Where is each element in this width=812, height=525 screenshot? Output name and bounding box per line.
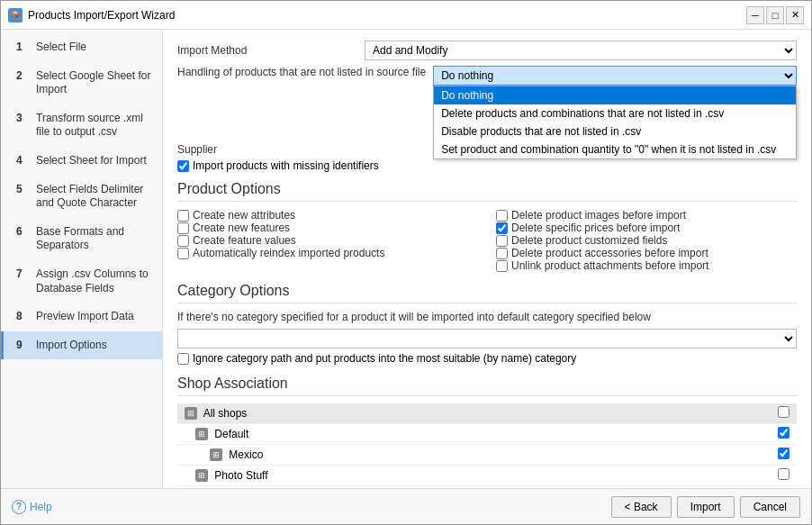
delete-images-label: Delete product images before import xyxy=(511,209,686,222)
unlink-attachments-label: Unlink product attachments before import xyxy=(511,259,708,272)
delete-customized-checkbox[interactable] xyxy=(496,235,508,247)
delete-images-checkbox[interactable] xyxy=(496,210,508,222)
ignore-category-checkbox[interactable] xyxy=(177,353,189,365)
maximize-button[interactable]: □ xyxy=(766,6,784,24)
sidebar-num-5: 5 xyxy=(16,183,29,195)
create-features-label: Create new features xyxy=(193,222,290,234)
create-features-checkbox[interactable] xyxy=(177,222,189,234)
import-button[interactable]: Import xyxy=(677,496,735,518)
shop-allshops-checkbox[interactable] xyxy=(778,406,789,418)
ignore-category-label: Ignore category path and put products in… xyxy=(193,352,576,365)
dropdown-option-2[interactable]: Delete products and combinations that ar… xyxy=(434,104,796,122)
sidebar-label-8: Preview Import Data xyxy=(36,310,134,324)
minimize-button[interactable]: ─ xyxy=(746,6,764,24)
help-label: Help xyxy=(30,501,52,513)
sidebar-label-4: Select Sheet for Import xyxy=(36,154,147,168)
sidebar-item-3[interactable]: 3 Transform source .xml file to output .… xyxy=(1,104,162,147)
import-missing-row: Import products with missing identifiers xyxy=(177,159,797,172)
shop-association-title: Shop Association xyxy=(177,376,797,396)
sidebar-num-3: 3 xyxy=(16,112,29,124)
close-button[interactable]: ✕ xyxy=(786,6,804,24)
delete-accessories-checkbox[interactable] xyxy=(496,248,508,259)
shop-table: ⊞ All shops ⊞ Default xyxy=(177,403,797,488)
option-auto-reindex: Automatically reindex imported products xyxy=(177,247,478,259)
shop-icon-allshops: ⊞ xyxy=(185,407,197,420)
shop-mexico-label: Mexico xyxy=(229,448,263,461)
option-delete-accessories: Delete product accessories before import xyxy=(496,247,797,259)
unlink-attachments-checkbox[interactable] xyxy=(496,260,508,272)
auto-reindex-label: Automatically reindex imported products xyxy=(193,247,384,259)
handling-label: Handling of products that are not listed… xyxy=(177,66,426,78)
sidebar-label-3: Transform source .xml file to output .cs… xyxy=(36,112,153,140)
sidebar-num-7: 7 xyxy=(16,267,29,280)
dropdown-option-1[interactable]: Do nothing xyxy=(434,86,796,104)
sidebar-label-9: Import Options xyxy=(36,339,107,353)
delete-customized-label: Delete product customized fields xyxy=(511,234,667,247)
sidebar-item-5[interactable]: 5 Select Fields Delimiter and Quote Char… xyxy=(1,176,162,218)
import-method-select-wrapper: Add and Modify Add only Modify only xyxy=(365,41,797,60)
app-icon: 📦 xyxy=(8,8,23,23)
content-area: Import Method Add and Modify Add only Mo… xyxy=(163,30,811,488)
help-link[interactable]: ? Help xyxy=(12,500,52,514)
product-options-grid: Create new attributes Create new feature… xyxy=(177,209,797,272)
product-options-right: Delete product images before import Dele… xyxy=(496,209,797,272)
handling-row: Handling of products that are not listed… xyxy=(177,66,797,86)
shop-photostuff-label: Photo Stuff xyxy=(214,469,267,482)
shop-default-check-cell xyxy=(770,424,797,445)
title-bar: 📦 Products Import/Export Wizard ─ □ ✕ xyxy=(1,1,811,30)
shop-mexico-checkbox[interactable] xyxy=(778,448,789,459)
delete-prices-checkbox[interactable] xyxy=(496,222,508,234)
shop-default-cell: ⊞ Default xyxy=(177,424,770,445)
dropdown-option-4[interactable]: Set product and combination quantity to … xyxy=(434,140,796,158)
sidebar-num-6: 6 xyxy=(16,225,29,238)
shop-photostuffna-cell: ⊞ Photo Stuff NA xyxy=(177,486,770,489)
handling-select-wrapper: Do nothing Do nothing Delete products an… xyxy=(433,66,797,86)
ignore-category-row: Ignore category path and put products in… xyxy=(177,352,797,365)
dropdown-option-3[interactable]: Disable products that are not listed in … xyxy=(434,122,796,140)
import-method-select[interactable]: Add and Modify Add only Modify only xyxy=(365,41,797,60)
shop-icon-default: ⊞ xyxy=(195,428,208,440)
sidebar-label-1: Select File xyxy=(36,41,86,55)
option-delete-prices: Delete specific prices before import xyxy=(496,222,797,234)
sidebar-item-8[interactable]: 8 Preview Import Data xyxy=(1,303,162,331)
sidebar-item-6[interactable]: 6 Base Formats and Separators xyxy=(1,218,162,260)
delete-accessories-label: Delete product accessories before import xyxy=(511,247,708,259)
category-desc: If there's no category specified for a p… xyxy=(177,311,797,323)
sidebar-item-2[interactable]: 2 Select Google Sheet for Import xyxy=(1,62,162,104)
window-title: Products Import/Export Wizard xyxy=(28,9,175,22)
sidebar-item-4[interactable]: 4 Select Sheet for Import xyxy=(1,147,162,176)
sidebar: 1 Select File 2 Select Google Sheet for … xyxy=(1,30,163,488)
create-attributes-label: Create new attributes xyxy=(193,209,295,222)
shop-allshops-cell: ⊞ All shops xyxy=(177,403,770,424)
import-missing-checkbox[interactable] xyxy=(177,160,189,172)
sidebar-item-1[interactable]: 1 Select File xyxy=(1,33,162,62)
product-options-left: Create new attributes Create new feature… xyxy=(177,209,478,272)
import-method-row: Import Method Add and Modify Add only Mo… xyxy=(177,41,797,60)
shop-row-default: ⊞ Default xyxy=(177,424,797,445)
shop-row-photostuff: ⊞ Photo Stuff xyxy=(177,466,797,486)
sidebar-num-1: 1 xyxy=(16,41,29,53)
shop-default-checkbox[interactable] xyxy=(778,427,789,439)
option-unlink-attachments: Unlink product attachments before import xyxy=(496,259,797,272)
delete-prices-label: Delete specific prices before import xyxy=(511,222,680,234)
shop-row-allshops: ⊞ All shops xyxy=(177,403,797,424)
back-button[interactable]: < Back xyxy=(611,496,672,518)
shop-photostuff-cell: ⊞ Photo Stuff xyxy=(177,466,770,486)
handling-dropdown: Do nothing Delete products and combinati… xyxy=(433,86,797,159)
category-select-wrapper xyxy=(177,329,797,348)
shop-photostuff-checkbox[interactable] xyxy=(778,468,789,480)
sidebar-item-7[interactable]: 7 Assign .csv Columns to Database Fields xyxy=(1,260,162,303)
handling-select[interactable]: Do nothing xyxy=(433,66,797,86)
auto-reindex-checkbox[interactable] xyxy=(177,248,189,259)
create-attributes-checkbox[interactable] xyxy=(177,210,189,222)
create-feature-values-checkbox[interactable] xyxy=(177,235,189,247)
sidebar-item-9[interactable]: 9 Import Options xyxy=(1,331,162,360)
shop-mexico-check-cell xyxy=(770,445,797,466)
option-create-features: Create new features xyxy=(177,222,478,234)
option-create-attributes: Create new attributes xyxy=(177,209,478,222)
category-section: If there's no category specified for a p… xyxy=(177,311,797,365)
category-select[interactable] xyxy=(177,329,797,348)
cancel-button[interactable]: Cancel xyxy=(740,496,800,518)
shop-photostuff-check-cell xyxy=(770,466,797,486)
sidebar-label-5: Select Fields Delimiter and Quote Charac… xyxy=(36,183,153,211)
